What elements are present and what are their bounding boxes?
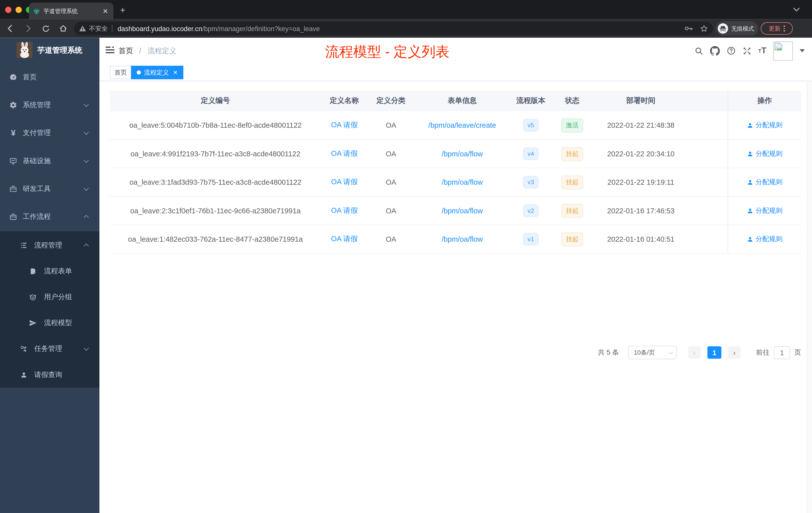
- definition-id: oa_leave:2:3c1f0ef1-76b1-11ec-9c66-a2380…: [110, 197, 321, 224]
- next-page-button[interactable]: ›: [728, 346, 741, 359]
- column-header: 状态: [552, 91, 593, 112]
- brand-title: 芋道管理系统: [37, 46, 82, 56]
- tag-home[interactable]: 首页: [110, 66, 132, 79]
- fullscreen-icon[interactable]: [743, 47, 752, 55]
- assign-rule-link[interactable]: 分配规则: [747, 121, 782, 130]
- sidebar-item-label: 流程管理: [34, 241, 62, 250]
- browser-update-button[interactable]: 更新: [761, 22, 793, 35]
- assign-rule-link[interactable]: 分配规则: [747, 206, 782, 215]
- sidebar-item-process-form[interactable]: 流程表单: [0, 258, 99, 284]
- address-bar[interactable]: 不安全 dashboard.yudao.iocoder.cn/bpm/manag…: [74, 22, 713, 35]
- tags-view: 首页 流程定义 ✕: [99, 64, 812, 81]
- sidebar-item-workflow[interactable]: 工作流程: [0, 203, 99, 231]
- yen-icon: ¥: [9, 129, 17, 137]
- goto-page-input[interactable]: [774, 346, 790, 359]
- sidebar-item-system[interactable]: 系统管理: [0, 91, 99, 119]
- github-icon[interactable]: [710, 46, 720, 56]
- forward-button[interactable]: [21, 21, 35, 36]
- definition-name-link[interactable]: OA 请假: [331, 206, 358, 215]
- definition-name-link[interactable]: OA 请假: [331, 234, 358, 244]
- version-badge[interactable]: v4: [523, 148, 539, 160]
- search-icon[interactable]: [695, 47, 703, 55]
- tab-title: 芋道管理系统: [44, 7, 102, 15]
- deploy-time: 2022-01-22 20:34:10: [593, 140, 689, 168]
- monitor-icon: [9, 157, 17, 165]
- sidebar-item-infrastructure[interactable]: 基础设施: [0, 147, 99, 175]
- sidebar-item-payment[interactable]: ¥ 支付管理: [0, 119, 99, 147]
- password-key-icon[interactable]: [685, 26, 693, 31]
- form-info-link[interactable]: /bpm/oa/flow: [442, 207, 483, 215]
- column-header: 表单信息: [414, 91, 510, 112]
- browser-tab[interactable]: 芋道管理系统 ✕: [29, 2, 114, 19]
- update-label[interactable]: 更新: [768, 25, 780, 32]
- form-info-link[interactable]: /bpm/oa/flow: [442, 178, 483, 186]
- sidebar-item-home[interactable]: 首页: [0, 63, 99, 91]
- breadcrumb-home[interactable]: 首页: [118, 47, 133, 55]
- filler-cell: [689, 140, 728, 168]
- tab-search-chevron-icon[interactable]: [793, 5, 800, 14]
- form-info-link[interactable]: /bpm/oa/leave/create: [428, 121, 496, 129]
- bookmark-star-icon[interactable]: [700, 25, 708, 32]
- sidebar-item-label: 基础设施: [23, 156, 51, 165]
- assign-rule-link[interactable]: 分配规则: [747, 149, 782, 158]
- home-button[interactable]: [56, 21, 70, 36]
- document-edit-icon: [29, 267, 37, 275]
- back-button[interactable]: [3, 21, 18, 36]
- page-size-select[interactable]: 10条/页: [628, 346, 677, 359]
- form-info-link[interactable]: /bpm/oa/flow: [442, 150, 483, 158]
- definition-name-link[interactable]: OA 请假: [331, 177, 358, 187]
- version-badge[interactable]: v2: [523, 205, 539, 217]
- new-tab-button[interactable]: +: [116, 4, 129, 17]
- minimize-window-button[interactable]: [16, 7, 22, 13]
- window-controls[interactable]: [5, 7, 32, 13]
- assign-rule-label: 分配规则: [755, 234, 782, 244]
- person-icon: [747, 236, 754, 242]
- tab-close-icon[interactable]: ✕: [102, 7, 109, 14]
- sidebar-item-task-management[interactable]: 任务管理: [0, 336, 99, 362]
- sidebar-item-dev-tools[interactable]: 研发工具: [0, 175, 99, 203]
- pagination-total: 共 5 条: [598, 348, 619, 357]
- font-size-icon[interactable]: TT: [758, 46, 766, 56]
- version-badge[interactable]: v1: [523, 233, 539, 245]
- prev-page-button[interactable]: ‹: [688, 346, 701, 359]
- form-info-link[interactable]: /bpm/oa/flow: [442, 235, 483, 243]
- avatar-dropdown-caret-icon[interactable]: [800, 49, 805, 52]
- sidebar-item-leave-query[interactable]: 请假查询: [0, 362, 99, 388]
- sidebar-item-process-model[interactable]: 流程模型: [0, 310, 99, 336]
- sidebar-item-label: 流程表单: [44, 267, 72, 276]
- security-label[interactable]: 不安全: [89, 24, 108, 33]
- browser-menu-icon[interactable]: [784, 26, 785, 32]
- breadcrumb-current: 流程定义: [147, 47, 176, 55]
- tag-close-icon[interactable]: ✕: [173, 69, 178, 76]
- definition-name-link[interactable]: OA 请假: [331, 121, 358, 130]
- chevron-down-icon: [84, 186, 89, 191]
- assign-rule-label: 分配规则: [755, 121, 782, 130]
- brand-row[interactable]: 芋道管理系统: [0, 38, 99, 63]
- version-badge[interactable]: v3: [523, 176, 539, 188]
- sidebar-item-user-group[interactable]: 用户分组: [0, 284, 99, 310]
- definition-name-link[interactable]: OA 请假: [331, 149, 358, 158]
- tag-label: 首页: [115, 68, 127, 77]
- sidebar-item-process-management[interactable]: 流程管理: [0, 233, 99, 258]
- column-header: 操作: [728, 91, 801, 112]
- tag-process-definition[interactable]: 流程定义 ✕: [131, 66, 183, 79]
- smiley-face-icon: [29, 293, 37, 301]
- url-host: dashboard.yudao.iocoder.cn: [117, 25, 202, 32]
- main-panel: 首页 / 流程定义 流程模型 - 定义列表 TT: [99, 38, 812, 513]
- sidebar-collapse-icon[interactable]: [106, 46, 115, 56]
- person-icon: [20, 371, 27, 379]
- avatar[interactable]: [773, 41, 793, 60]
- close-window-button[interactable]: [5, 7, 11, 13]
- status-badge: 激活: [561, 118, 583, 132]
- scrollbar[interactable]: [807, 81, 812, 513]
- reload-button[interactable]: [38, 21, 53, 36]
- sidebar-item-label: 支付管理: [23, 128, 51, 138]
- current-page-button[interactable]: 1: [707, 346, 721, 359]
- sidebar-item-label: 系统管理: [23, 100, 51, 110]
- assign-rule-link[interactable]: 分配规则: [747, 234, 782, 244]
- version-badge[interactable]: v5: [523, 119, 539, 131]
- definition-category: OA: [368, 197, 414, 224]
- column-header: 定义名称: [321, 91, 368, 112]
- help-question-icon[interactable]: [727, 46, 736, 56]
- assign-rule-link[interactable]: 分配规则: [747, 177, 782, 187]
